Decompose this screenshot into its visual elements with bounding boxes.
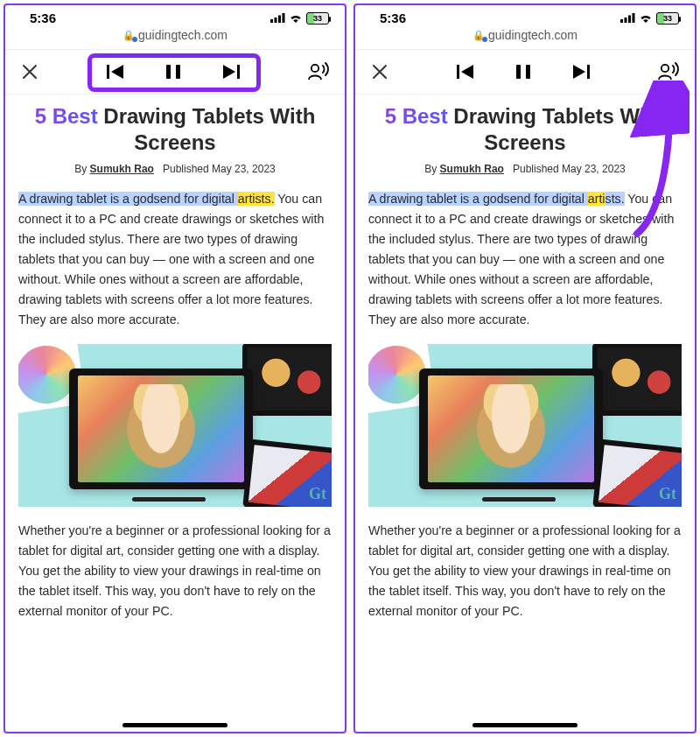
- close-icon: [371, 63, 388, 81]
- skip-forward-icon: [221, 63, 241, 81]
- svg-point-8: [312, 65, 318, 72]
- pause-icon: [515, 63, 531, 81]
- svg-rect-5: [166, 65, 171, 79]
- author-link[interactable]: Sumukh Rao: [90, 163, 154, 175]
- hero-stylus: [482, 497, 556, 502]
- hero-watermark: Gt: [659, 485, 676, 503]
- battery-icon: 33: [306, 12, 329, 25]
- hero-tablet-screen: [428, 376, 594, 482]
- hero-watermark: Gt: [309, 485, 326, 503]
- status-right: 33: [620, 12, 679, 25]
- url-host: guidingtech.com: [488, 28, 578, 42]
- cellular-icon: [270, 13, 285, 23]
- paragraph-2: Whether you're a beginner or a professio…: [18, 521, 332, 621]
- byline: By Sumukh Rao Published May 23, 2023: [18, 163, 332, 175]
- close-button[interactable]: [368, 60, 392, 84]
- playback-controls: [452, 60, 594, 84]
- lock-icon: 🔒: [122, 30, 135, 41]
- article-body[interactable]: 5 Best Drawing Tablets With Screens By S…: [355, 95, 695, 732]
- pause-button[interactable]: [162, 60, 185, 84]
- title-gradient: 5 Best: [385, 104, 448, 128]
- reader-toolbar: [5, 49, 345, 95]
- voice-icon: [308, 62, 329, 81]
- status-right: 33: [270, 12, 329, 25]
- paragraph-1: A drawing tablet is a godsend for digita…: [18, 189, 332, 330]
- voice-icon: [658, 62, 679, 81]
- lock-icon: 🔒: [472, 30, 485, 41]
- skip-back-icon: [106, 63, 125, 81]
- title-gradient: 5 Best: [35, 104, 98, 128]
- playback-controls: [102, 60, 244, 84]
- skip-forward-button[interactable]: [218, 60, 244, 84]
- speak-current-word: artists.: [238, 192, 275, 206]
- pub-date: May 23, 2023: [562, 163, 626, 175]
- status-time: 5:36: [30, 11, 56, 25]
- speak-current-word: arti: [588, 192, 606, 206]
- svg-rect-0: [270, 19, 273, 23]
- svg-rect-1: [275, 18, 277, 23]
- para1-rest: You can connect it to a PC and create dr…: [368, 192, 674, 326]
- battery-pct: 33: [313, 14, 322, 23]
- wifi-icon: [289, 13, 303, 24]
- article-body[interactable]: 5 Best Drawing Tablets With Screens By S…: [5, 95, 345, 732]
- svg-rect-2: [278, 16, 281, 24]
- svg-rect-13: [457, 65, 459, 79]
- svg-rect-16: [587, 65, 590, 79]
- by-prefix: By: [424, 163, 439, 175]
- skip-back-button[interactable]: [452, 60, 479, 84]
- url-bar[interactable]: 🔒 guidingtech.com: [355, 26, 695, 49]
- url-bar[interactable]: 🔒 guidingtech.com: [5, 26, 345, 49]
- svg-rect-3: [283, 13, 285, 23]
- skip-forward-icon: [571, 63, 591, 81]
- svg-rect-11: [628, 16, 631, 24]
- cellular-icon: [620, 13, 635, 23]
- phone-right: 5:36 33 🔒 guidingtech.com: [354, 4, 696, 733]
- speak-highlight: A drawing tablet is a godsend for digita…: [368, 192, 588, 206]
- wifi-icon: [639, 13, 653, 24]
- svg-point-17: [662, 65, 668, 72]
- voice-button[interactable]: [304, 59, 332, 85]
- home-indicator[interactable]: [472, 723, 578, 727]
- hero-tablet-screen: [78, 376, 244, 482]
- author-link[interactable]: Sumukh Rao: [440, 163, 504, 175]
- svg-rect-14: [516, 65, 521, 79]
- hero-tablet-top-right: [242, 344, 332, 416]
- svg-rect-7: [237, 65, 240, 79]
- close-icon: [21, 63, 38, 81]
- url-host: guidingtech.com: [138, 28, 228, 42]
- status-time: 5:36: [380, 11, 406, 25]
- svg-rect-10: [625, 18, 627, 23]
- voice-button[interactable]: [654, 59, 682, 85]
- skip-back-icon: [456, 63, 475, 81]
- battery-icon: 33: [656, 12, 679, 25]
- hero-image: Gt: [368, 344, 682, 507]
- skip-back-button[interactable]: [102, 60, 129, 84]
- svg-rect-4: [107, 65, 109, 79]
- hero-stylus: [132, 497, 206, 502]
- pause-icon: [165, 63, 181, 81]
- home-indicator[interactable]: [122, 723, 228, 727]
- title-rest: Drawing Tablets With Screens: [103, 104, 315, 154]
- svg-rect-12: [633, 13, 635, 23]
- svg-rect-9: [620, 19, 623, 23]
- article-title: 5 Best Drawing Tablets With Screens: [368, 103, 682, 156]
- status-bar: 5:36 33: [5, 5, 345, 26]
- title-rest: Drawing Tablets With Screens: [453, 104, 665, 154]
- battery-pct: 33: [663, 14, 672, 23]
- pub-prefix: Published: [513, 163, 562, 175]
- speak-highlight: A drawing tablet is a godsend for digita…: [18, 192, 238, 206]
- paragraph-1: A drawing tablet is a godsend for digita…: [368, 189, 682, 330]
- status-bar: 5:36 33: [355, 5, 695, 26]
- pub-prefix: Published: [163, 163, 212, 175]
- reader-toolbar: [355, 49, 695, 95]
- close-button[interactable]: [18, 60, 42, 84]
- hero-image: Gt: [18, 344, 332, 507]
- article-title: 5 Best Drawing Tablets With Screens: [18, 103, 332, 156]
- phone-left: 5:36 33 🔒 guidingtech.com: [4, 4, 346, 733]
- skip-forward-button[interactable]: [568, 60, 594, 84]
- pause-button[interactable]: [512, 60, 535, 84]
- paragraph-2: Whether you're a beginner or a professio…: [368, 521, 682, 621]
- para1-rest: You can connect it to a PC and create dr…: [18, 192, 324, 326]
- by-prefix: By: [74, 163, 89, 175]
- hero-tablet-top-right: [592, 344, 682, 416]
